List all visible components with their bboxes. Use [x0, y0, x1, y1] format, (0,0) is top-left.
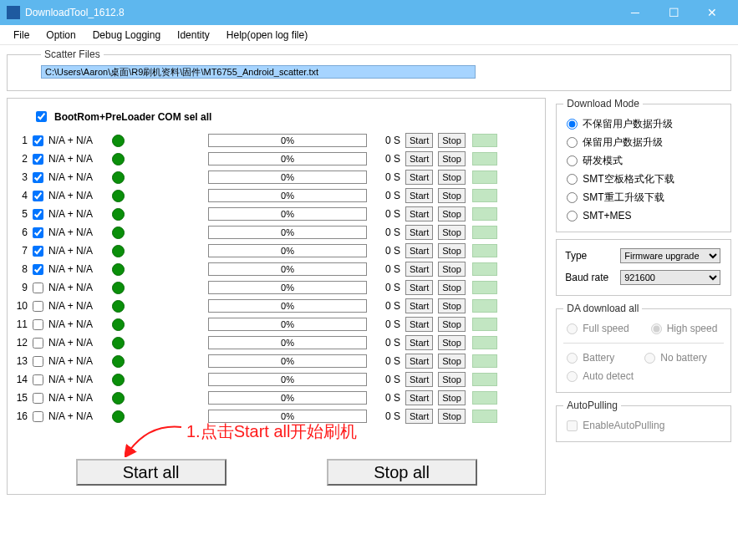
channel-number: 12	[16, 337, 28, 349]
channel-number: 9	[16, 282, 28, 293]
elapsed-seconds: 0 S	[377, 171, 400, 183]
status-led-icon	[472, 373, 497, 386]
channel-row: 10N/A + N/A0%0 SStartStop	[16, 297, 537, 315]
channel-number: 10	[16, 300, 28, 312]
autopull-label: EnableAutoPulling	[583, 420, 664, 431]
row-stop-button[interactable]: Stop	[438, 280, 466, 295]
channel-checkbox[interactable]	[33, 374, 43, 385]
progress-bar: 0%	[208, 373, 367, 386]
elapsed-seconds: 0 S	[377, 190, 400, 201]
menu-help[interactable]: Help(open log file)	[218, 28, 316, 43]
progress-bar: 0%	[208, 354, 367, 368]
channel-checkbox[interactable]	[33, 209, 43, 220]
dm-opt5-label: SMT重工升级下载	[583, 191, 664, 205]
row-stop-button[interactable]: Stop	[438, 170, 466, 185]
row-stop-button[interactable]: Stop	[438, 390, 466, 405]
row-stop-button[interactable]: Stop	[438, 354, 466, 369]
row-stop-button[interactable]: Stop	[438, 151, 466, 166]
dm-opt2-radio[interactable]	[567, 137, 578, 148]
row-start-button[interactable]: Start	[405, 243, 433, 258]
row-stop-button[interactable]: Stop	[438, 206, 466, 221]
channel-checkbox[interactable]	[33, 154, 43, 165]
row-start-button[interactable]: Start	[405, 225, 433, 240]
row-stop-button[interactable]: Stop	[438, 133, 466, 148]
status-dot-icon	[112, 227, 125, 239]
row-stop-button[interactable]: Stop	[438, 298, 466, 313]
channel-checkbox[interactable]	[33, 356, 43, 367]
channel-label: N/A + N/A	[48, 135, 104, 146]
menu-identity[interactable]: Identity	[169, 28, 218, 43]
autopull-checkbox	[567, 420, 578, 431]
row-start-button[interactable]: Start	[405, 335, 433, 350]
channel-row: 2N/A + N/A0%0 SStartStop	[16, 150, 537, 168]
row-start-button[interactable]: Start	[405, 354, 433, 369]
stop-all-button[interactable]: Stop all	[327, 459, 477, 486]
channel-checkbox[interactable]	[33, 301, 43, 312]
row-start-button[interactable]: Start	[405, 262, 433, 277]
channel-checkbox[interactable]	[33, 227, 43, 238]
status-dot-icon	[112, 318, 125, 331]
row-stop-button[interactable]: Stop	[438, 335, 466, 350]
progress-bar: 0%	[208, 318, 367, 331]
row-start-button[interactable]: Start	[405, 170, 433, 185]
channel-checkbox[interactable]	[33, 393, 43, 404]
menu-file[interactable]: File	[5, 28, 38, 43]
channel-checkbox[interactable]	[33, 246, 43, 257]
channel-checkbox[interactable]	[33, 191, 43, 201]
dm-opt3-radio[interactable]	[567, 155, 578, 166]
status-led-icon	[472, 281, 497, 294]
channel-checkbox[interactable]	[33, 338, 43, 349]
progress-bar: 0%	[208, 207, 367, 221]
minimize-button[interactable]: ─	[616, 0, 654, 25]
channel-row: 14N/A + N/A0%0 SStartStop	[16, 370, 537, 389]
dm-opt4-radio[interactable]	[567, 174, 578, 185]
row-stop-button[interactable]: Stop	[438, 188, 466, 203]
channel-checkbox[interactable]	[33, 319, 43, 330]
row-start-button[interactable]: Start	[405, 151, 433, 166]
channel-label: N/A + N/A	[48, 190, 104, 201]
channel-checkbox[interactable]	[33, 411, 43, 422]
row-start-button[interactable]: Start	[405, 188, 433, 203]
maximize-button[interactable]: ☐	[654, 0, 693, 25]
row-start-button[interactable]: Start	[405, 317, 433, 332]
row-start-button[interactable]: Start	[405, 390, 433, 405]
row-stop-button[interactable]: Stop	[438, 243, 466, 258]
status-dot-icon	[112, 263, 125, 276]
channel-checkbox[interactable]	[33, 283, 43, 293]
channel-checkbox[interactable]	[33, 135, 43, 146]
scatter-path[interactable]: C:\Users\Aaron\桌面\R9刷机资料\固件\MT6755_Andro…	[41, 65, 476, 79]
menu-debug[interactable]: Debug Logging	[84, 28, 169, 43]
row-start-button[interactable]: Start	[405, 409, 433, 424]
da-legend: DA download all	[563, 303, 642, 314]
menu-option[interactable]: Option	[38, 28, 84, 43]
row-start-button[interactable]: Start	[405, 206, 433, 221]
dm-opt6-radio[interactable]	[567, 211, 578, 221]
channel-checkbox[interactable]	[33, 172, 43, 183]
status-dot-icon	[112, 392, 125, 405]
dm-opt1-radio[interactable]	[567, 119, 578, 130]
sel-all-checkbox[interactable]	[36, 111, 47, 122]
type-select[interactable]: Firmware upgrade	[620, 248, 720, 263]
autopull-group: AutoPulling EnableAutoPulling	[556, 400, 731, 442]
row-start-button[interactable]: Start	[405, 372, 433, 387]
status-led-icon	[472, 189, 497, 202]
row-stop-button[interactable]: Stop	[438, 372, 466, 387]
row-start-button[interactable]: Start	[405, 280, 433, 295]
row-stop-button[interactable]: Stop	[438, 225, 466, 240]
channel-checkbox[interactable]	[33, 264, 43, 275]
channel-row: 6N/A + N/A0%0 SStartStop	[16, 223, 537, 242]
baud-select[interactable]: 921600	[620, 270, 720, 285]
start-all-button[interactable]: Start all	[76, 459, 226, 486]
close-button[interactable]: ✕	[693, 0, 731, 25]
dm-opt5-radio[interactable]	[567, 192, 578, 203]
row-stop-button[interactable]: Stop	[438, 262, 466, 277]
channel-label: N/A + N/A	[48, 355, 104, 367]
row-stop-button[interactable]: Stop	[438, 317, 466, 332]
channel-row: 13N/A + N/A0%0 SStartStop	[16, 352, 537, 370]
da-battery-label: Battery	[583, 352, 614, 364]
row-start-button[interactable]: Start	[405, 298, 433, 313]
channel-number: 3	[16, 171, 28, 183]
status-led-icon	[472, 336, 497, 349]
row-start-button[interactable]: Start	[405, 133, 433, 148]
row-stop-button[interactable]: Stop	[438, 409, 466, 424]
